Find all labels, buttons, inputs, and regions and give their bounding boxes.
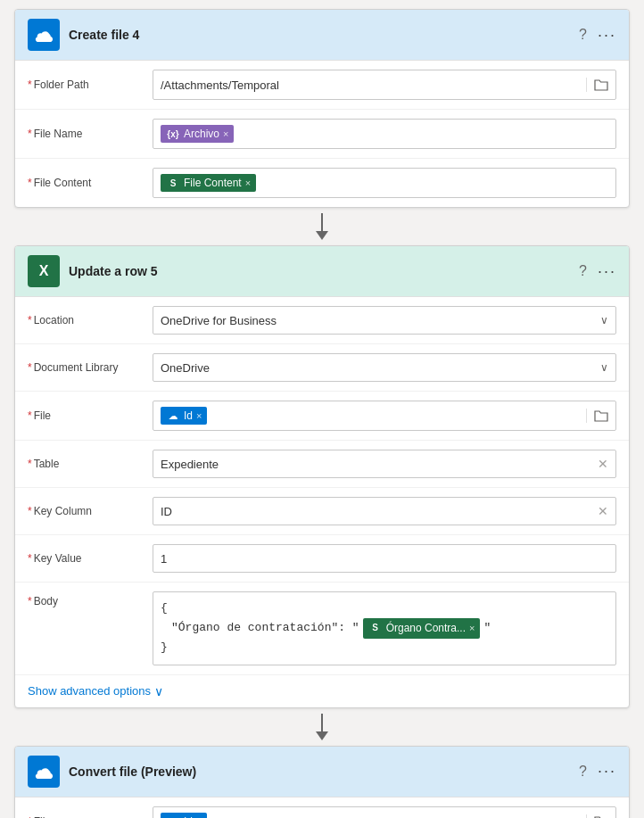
key-value-value: 1 (153, 544, 616, 573)
convert-file-menu-icon[interactable]: ··· (598, 762, 616, 781)
create-file-header: Create file 4 ? ··· (15, 10, 629, 61)
key-value-row: *Key Value 1 (15, 535, 629, 583)
update-row-title: Update a row 5 (69, 264, 570, 278)
file-content-token-icon: S (166, 176, 180, 190)
convert-file-title: Convert file (Preview) (69, 764, 570, 779)
file-content-token: S File Content × (161, 174, 256, 192)
doc-library-dropdown[interactable]: OneDrive ∨ (153, 353, 616, 382)
body-json-open: { (161, 599, 168, 618)
doc-library-chevron-icon: ∨ (600, 361, 608, 374)
convert-file-body: *File ☁ Id × (15, 797, 629, 818)
table-input-text: Expediente (161, 458, 219, 471)
location-label: *Location (28, 314, 153, 326)
update-row-menu-icon[interactable]: ··· (598, 262, 616, 281)
doc-library-value: OneDrive ∨ (153, 353, 616, 382)
update-row-actions: ? ··· (579, 262, 616, 281)
create-file-help-icon[interactable]: ? (579, 27, 587, 43)
folder-path-input[interactable]: /Attachments/Temporal (153, 70, 616, 100)
table-input[interactable]: Expediente ✕ (153, 450, 616, 478)
body-row: *Body { "Órgano de contratación": " S Ór… (15, 583, 629, 675)
folder-path-row: *Folder Path /Attachments/Temporal (15, 61, 629, 110)
location-dropdown-text: OneDrive for Business (161, 314, 277, 327)
body-line-open: { (161, 599, 608, 618)
folder-path-value: /Attachments/Temporal (153, 70, 616, 100)
update-file-row: *File ☁ Id × (15, 392, 629, 441)
key-value-label: *Key Value (28, 552, 153, 565)
create-file-actions: ? ··· (579, 26, 616, 45)
folder-path-text: /Attachments/Temporal (161, 78, 279, 92)
update-row-card: X Update a row 5 ? ··· *Location OneDriv… (14, 245, 630, 708)
file-name-label: *File Name (28, 128, 153, 140)
update-file-input[interactable]: ☁ Id × (153, 401, 616, 431)
location-value: OneDrive for Business ∨ (153, 306, 616, 335)
file-name-row: *File Name {x} Archivo × (15, 110, 629, 159)
update-file-id-close[interactable]: × (196, 410, 202, 421)
convert-file-id-token: ☁ Id × (161, 813, 207, 818)
key-column-label: *Key Column (28, 505, 153, 517)
location-chevron-icon: ∨ (600, 314, 608, 326)
update-file-value: ☁ Id × (153, 401, 616, 431)
body-json-close: } (161, 639, 168, 657)
body-json-after: " (483, 619, 491, 638)
file-name-input[interactable]: {x} Archivo × (153, 119, 616, 149)
body-line-close: } (161, 639, 608, 657)
convert-file-input[interactable]: ☁ Id × (153, 806, 616, 818)
file-content-row: *File Content S File Content × (15, 159, 629, 207)
doc-library-label: *Document Library (28, 361, 153, 374)
update-row-help-icon[interactable]: ? (579, 263, 587, 279)
key-column-clear-icon[interactable]: ✕ (598, 504, 608, 518)
body-input[interactable]: { "Órgano de contratación": " S Órgano C… (153, 591, 616, 665)
location-dropdown[interactable]: OneDrive for Business ∨ (153, 306, 616, 335)
location-row: *Location OneDrive for Business ∨ (15, 297, 629, 344)
update-row-header: X Update a row 5 ? ··· (15, 246, 629, 297)
key-column-input[interactable]: ID ✕ (153, 497, 616, 525)
file-content-token-label: File Content (184, 177, 242, 189)
convert-file-value: ☁ Id × (153, 806, 616, 818)
key-value-input[interactable]: 1 (153, 544, 616, 573)
create-file-icon (28, 19, 60, 51)
file-content-input[interactable]: S File Content × (153, 168, 616, 198)
advanced-options-chevron-icon: ∨ (154, 684, 163, 698)
convert-file-icon (28, 756, 60, 788)
doc-library-row: *Document Library OneDrive ∨ (15, 344, 629, 392)
update-file-folder-icon[interactable] (586, 409, 615, 423)
file-content-token-close[interactable]: × (245, 178, 251, 188)
archivo-token-icon: {x} (166, 127, 180, 141)
key-column-row: *Key Column ID ✕ (15, 488, 629, 535)
advanced-options-link[interactable]: Show advanced options ∨ (15, 675, 629, 707)
table-row: *Table Expediente ✕ (15, 441, 629, 488)
create-file-card: Create file 4 ? ··· *Folder Path /Attach… (14, 9, 630, 208)
page-container: Create file 4 ? ··· *Folder Path /Attach… (0, 0, 644, 818)
create-file-title: Create file 4 (69, 28, 570, 42)
key-column-value: ID ✕ (153, 497, 616, 525)
update-file-id-token: ☁ Id × (161, 407, 207, 425)
table-label: *Table (28, 458, 153, 470)
folder-browse-icon[interactable] (586, 78, 615, 92)
arrow-1 (316, 208, 328, 245)
table-clear-icon[interactable]: ✕ (598, 457, 608, 471)
create-file-body: *Folder Path /Attachments/Temporal (15, 61, 629, 207)
file-content-value: S File Content × (153, 168, 616, 198)
create-file-menu-icon[interactable]: ··· (598, 26, 616, 45)
convert-file-header: Convert file (Preview) ? ··· (15, 747, 629, 797)
organo-token-icon: S (368, 621, 383, 635)
convert-file-help-icon[interactable]: ? (579, 764, 587, 780)
advanced-options-label: Show advanced options (28, 684, 151, 698)
key-value-text: 1 (161, 552, 167, 566)
organo-token-close[interactable]: × (469, 621, 475, 637)
organo-token: S Órgano Contra... × (363, 618, 481, 639)
convert-file-folder-icon[interactable] (586, 814, 615, 818)
table-value: Expediente ✕ (153, 450, 616, 478)
folder-path-label: *Folder Path (28, 78, 153, 91)
update-file-label: *File (28, 409, 153, 422)
update-file-id-icon: ☁ (166, 409, 180, 423)
key-column-input-text: ID (161, 505, 172, 518)
file-content-label: *File Content (28, 177, 153, 189)
body-json-key: "Órgano de contratación": " (171, 619, 359, 638)
arrow-2 (316, 708, 328, 746)
convert-file-actions: ? ··· (579, 762, 616, 781)
archivo-token-label: Archivo (184, 128, 219, 140)
doc-library-dropdown-text: OneDrive (161, 361, 210, 375)
archivo-token-close[interactable]: × (223, 128, 228, 139)
convert-file-row: *File ☁ Id × (15, 797, 629, 818)
